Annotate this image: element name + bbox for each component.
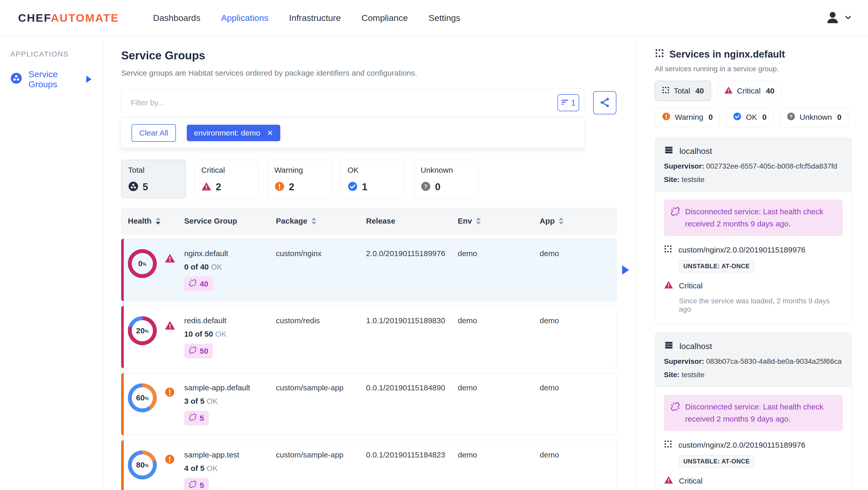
services-icon [655, 48, 664, 60]
filter-count: 1 [571, 98, 576, 108]
nav-settings[interactable]: Settings [429, 13, 460, 23]
nav-applications[interactable]: Applications [221, 13, 269, 23]
chef-automate-logo[interactable]: CHEFAUTOMATE [18, 11, 119, 24]
column-header-health[interactable]: Health [128, 217, 184, 225]
health-ring: 60% [128, 383, 157, 412]
app-cell: demo [540, 383, 617, 425]
unlink-icon [671, 206, 680, 230]
disconnected-count-badge: 40 [184, 276, 213, 291]
nav-infrastructure[interactable]: Infrastructure [289, 13, 341, 23]
services-icon [664, 245, 672, 255]
share-button[interactable] [593, 91, 616, 115]
column-header-env[interactable]: Env [458, 217, 540, 225]
app-cell: demo [540, 316, 617, 358]
package-cell: custom/redis [276, 316, 366, 358]
sort-arrows-icon [559, 217, 563, 225]
release-cell: 1.0.1/20190115189830 [366, 316, 458, 358]
supervisor-id: 083b07ca-5830-4a8d-be0a-9034a25f66ca [706, 357, 842, 365]
unknown-icon: ? [421, 181, 431, 193]
main-content: Service Groups Service groups are Habita… [103, 36, 636, 490]
filter-input[interactable] [131, 98, 557, 107]
filter-chip-environment-demo[interactable]: environment: demo ✕ [187, 125, 280, 141]
filter-input-wrap: 1 [121, 88, 584, 117]
service-group-name: nginx.default [184, 249, 276, 258]
env-cell: demo [458, 451, 540, 490]
filter-funnel-icon [561, 97, 570, 108]
env-cell: demo [458, 249, 540, 291]
sidebar: APPLICATIONS Service Groups [0, 36, 103, 490]
critical-icon [664, 475, 673, 486]
panel-title: Services in nginx.default [655, 48, 852, 60]
health-ring: 0% [128, 249, 157, 278]
service-health-status: Critical [664, 280, 843, 291]
column-header-package[interactable]: Package [276, 217, 366, 225]
service-card-header: localhost Supervisor: 002732ee-6557-405c… [655, 138, 851, 192]
page-description: Service groups are Habitat services orde… [121, 69, 617, 77]
pill-warning[interactable]: Warning0 [655, 107, 720, 127]
critical-icon [724, 86, 733, 96]
pill-unknown[interactable]: ? Unknown0 [780, 107, 848, 127]
column-header-release: Release [366, 217, 458, 225]
sidebar-item-service-groups[interactable]: Service Groups [10, 69, 91, 89]
status-card-total[interactable]: Total 5 [121, 160, 186, 198]
user-avatar-icon [825, 10, 840, 26]
package-cell: custom/sample-app [276, 383, 366, 425]
column-header-app[interactable]: App [540, 217, 617, 225]
chip-close-icon[interactable]: ✕ [267, 129, 273, 137]
chevron-down-icon [844, 13, 852, 23]
services-side-panel: Services in nginx.default All services r… [636, 36, 868, 490]
app-cell: demo [540, 249, 617, 291]
health-ring: 20% [128, 316, 157, 345]
service-health-status: Critical [664, 475, 843, 486]
critical-icon [201, 181, 212, 193]
service-package: custom/nginx/2.0.0/20190115189976 [664, 245, 843, 255]
user-menu[interactable] [825, 10, 852, 26]
svg-text:?: ? [424, 183, 427, 190]
pill-total[interactable]: Total40 [655, 81, 711, 101]
svg-text:?: ? [790, 113, 793, 119]
unknown-icon: ? [786, 112, 796, 123]
unlink-icon [189, 346, 196, 356]
disconnected-count-badge: 50 [184, 344, 213, 358]
supervisor-id: 002732ee-6557-405c-b008-cfcf5da837fd [706, 162, 837, 170]
critical-icon [164, 253, 176, 291]
main-nav-links: Dashboards Applications Infrastructure C… [153, 13, 460, 23]
ok-icon [347, 181, 358, 193]
nav-compliance[interactable]: Compliance [362, 13, 408, 23]
pill-critical[interactable]: Critical40 [717, 81, 781, 101]
row-expand-arrow-icon[interactable] [622, 265, 629, 275]
since-loaded-text: Since the service was loaded, 2 months 9… [679, 297, 843, 314]
critical-icon [664, 280, 673, 291]
unlink-icon [671, 401, 680, 425]
release-cell: 0.0.1/20190115184823 [366, 451, 458, 490]
status-card-warning[interactable]: Warning 2 [268, 160, 332, 198]
unlink-icon [189, 413, 196, 423]
filter-count-button[interactable]: 1 [557, 94, 579, 111]
app-cell: demo [540, 451, 617, 490]
status-card-critical[interactable]: Critical 2 [194, 160, 259, 198]
page-title: Service Groups [121, 49, 617, 62]
nav-dashboards[interactable]: Dashboards [153, 13, 200, 23]
service-card: localhost Supervisor: 083b07ca-5830-4a8d… [655, 333, 852, 490]
service-group-row-sample-app-test[interactable]: 80% sample-app.test 4 of 5 OK 5 custom/s… [121, 440, 617, 490]
service-group-row-nginx-default[interactable]: 0% nginx.default 0 of 40 OK 40 custom/ng… [121, 238, 617, 301]
warning-icon [164, 454, 175, 490]
package-cell: custom/nginx [276, 249, 366, 291]
disconnected-count-badge: 5 [184, 411, 209, 425]
service-group-name: sample-app.test [184, 451, 276, 459]
critical-icon [164, 320, 176, 358]
clear-all-button[interactable]: Clear All [131, 124, 176, 142]
status-filter-cards: Total 5 Critical 2 Warning [121, 160, 617, 198]
pill-ok[interactable]: OK0 [726, 107, 773, 127]
habitat-icon [10, 72, 22, 86]
status-card-ok[interactable]: OK 1 [340, 160, 405, 198]
top-nav: CHEFAUTOMATE Dashboards Applications Inf… [0, 0, 868, 36]
service-group-row-redis-default[interactable]: 20% redis.default 10 of 50 OK 50 custom/… [121, 306, 617, 368]
release-cell: 2.0.0/20190115189976 [366, 249, 458, 291]
site-name: testsite [681, 371, 705, 379]
service-group-row-sample-app-default[interactable]: 60% sample-app.default 3 of 5 OK 5 custo… [121, 373, 617, 435]
status-card-unknown[interactable]: Unknown ? 0 [413, 160, 478, 198]
service-card: localhost Supervisor: 002732ee-6557-405c… [655, 138, 852, 324]
chevron-right-icon [86, 76, 91, 83]
share-icon [599, 97, 611, 109]
